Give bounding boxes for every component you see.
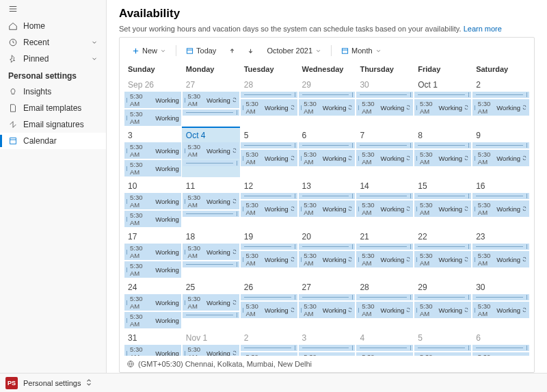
calendar-event[interactable] [414, 92, 471, 98]
calendar-event[interactable]: 5:30 AMWorking [124, 345, 181, 356]
calendar-event[interactable] [414, 294, 471, 300]
calendar-event[interactable]: 5:30 AMWorking [472, 302, 529, 318]
calendar-cell[interactable]: 85:30 AMWorking [414, 127, 472, 177]
prev-button[interactable] [226, 45, 239, 57]
expand-icon[interactable] [85, 378, 94, 388]
calendar-cell[interactable]: 65:30 AMWorking [472, 329, 530, 356]
calendar-event[interactable]: 5:30 AMWorking [299, 302, 356, 318]
calendar-event[interactable]: 5:30 AMWorking [472, 352, 529, 356]
calendar-cell[interactable]: 35:30 AMWorking [298, 329, 356, 356]
calendar-cell[interactable]: 315:30 AMWorking5:30 AMWorking [124, 329, 182, 356]
calendar-cell[interactable]: Oct 45:30 AMWorking [182, 127, 240, 177]
calendar-event[interactable] [241, 142, 297, 148]
calendar-event[interactable] [299, 142, 356, 148]
calendar-event[interactable]: 5:30 AMWorking [124, 261, 181, 278]
calendar-cell[interactable]: 275:30 AMWorking [298, 278, 356, 329]
calendar-cell[interactable]: 25:30 AMWorking [472, 76, 530, 127]
calendar-event[interactable]: 5:30 AMWorking [124, 193, 181, 209]
calendar-cell[interactable]: 285:30 AMWorking [356, 278, 414, 329]
calendar-cell[interactable]: 275:30 AMWorking [182, 76, 240, 127]
calendar-event[interactable] [356, 142, 413, 148]
calendar-event[interactable]: 5:30 AMWorking [241, 200, 297, 217]
calendar-event[interactable] [299, 193, 356, 199]
calendar-event[interactable]: 5:30 AMWorking [299, 251, 356, 267]
calendar-event[interactable]: 5:30 AMWorking [356, 200, 413, 217]
calendar-cell[interactable]: 235:30 AMWorking [472, 228, 530, 278]
calendar-event[interactable]: 5:30 AMWorking [124, 92, 181, 108]
calendar-cell[interactable]: 155:30 AMWorking [414, 177, 472, 228]
calendar-event[interactable] [299, 345, 356, 351]
calendar-cell[interactable]: 305:30 AMWorking [356, 76, 414, 127]
hamburger-button[interactable] [0, 0, 106, 18]
calendar-event[interactable]: 5:30 AMWorking [356, 251, 413, 267]
calendar-event[interactable] [241, 345, 297, 351]
calendar-event[interactable]: 5:30 AMWorking [414, 352, 471, 356]
calendar-event[interactable] [414, 345, 471, 351]
calendar-cell[interactable]: 45:30 AMWorking [356, 329, 414, 356]
calendar-event[interactable]: 5:30 AMWorking [299, 352, 356, 356]
calendar-event[interactable] [356, 244, 413, 250]
calendar-cell[interactable]: 285:30 AMWorking [240, 76, 298, 127]
calendar-event[interactable]: 5:30 AMWorking [124, 294, 181, 311]
calendar-event[interactable] [183, 261, 239, 267]
calendar-event[interactable] [183, 160, 239, 166]
calendar-event[interactable] [472, 92, 529, 98]
learn-more-link[interactable]: Learn more [464, 25, 502, 33]
calendar-event[interactable]: 5:30 AMWorking [356, 352, 413, 356]
calendar-event[interactable]: 5:30 AMWorking [241, 302, 297, 318]
calendar-event[interactable]: 5:30 AMWorking [183, 244, 239, 260]
calendar-event[interactable]: 5:30 AMWorking [241, 352, 297, 356]
calendar-cell[interactable]: 145:30 AMWorking [356, 177, 414, 228]
calendar-event[interactable]: 5:30 AMWorking [414, 200, 471, 217]
calendar-event[interactable] [414, 142, 471, 148]
calendar-event[interactable] [356, 294, 413, 300]
calendar-event[interactable]: 5:30 AMWorking [183, 142, 239, 159]
calendar-event[interactable] [183, 211, 239, 217]
calendar-cell[interactable]: Nov 15:30 AMWorking [182, 329, 240, 356]
nav-home[interactable]: Home [0, 18, 106, 34]
calendar-cell[interactable]: 55:30 AMWorking [240, 127, 298, 177]
calendar-cell[interactable]: Sep 265:30 AMWorking5:30 AMWorking [124, 76, 182, 127]
calendar-event[interactable] [183, 109, 239, 116]
calendar-event[interactable] [356, 345, 413, 351]
calendar-event[interactable]: 5:30 AMWorking [414, 302, 471, 318]
calendar-event[interactable]: 5:30 AMWorking [124, 244, 181, 260]
calendar-event[interactable] [472, 193, 529, 199]
calendar-event[interactable] [472, 244, 529, 250]
calendar-event[interactable] [356, 92, 413, 98]
calendar-cell[interactable]: 295:30 AMWorking [414, 278, 472, 329]
calendar-event[interactable] [472, 294, 529, 300]
calendar-event[interactable]: 5:30 AMWorking [241, 150, 297, 166]
calendar-cell[interactable]: 175:30 AMWorking5:30 AMWorking [124, 228, 182, 278]
calendar-event[interactable] [241, 294, 297, 300]
nav-calendar[interactable]: Calendar [0, 133, 106, 149]
calendar-event[interactable]: 5:30 AMWorking [183, 345, 239, 356]
calendar-cell[interactable]: 265:30 AMWorking [240, 278, 298, 329]
calendar-event[interactable] [472, 345, 529, 351]
calendar-event[interactable]: 5:30 AMWorking [414, 150, 471, 166]
calendar-event[interactable]: 5:30 AMWorking [414, 99, 471, 116]
calendar-event[interactable] [299, 244, 356, 250]
calendar-cell[interactable]: 215:30 AMWorking [356, 228, 414, 278]
calendar-event[interactable]: 5:30 AMWorking [124, 142, 181, 159]
calendar-event[interactable]: 5:30 AMWorking [124, 109, 181, 126]
calendar-event[interactable] [414, 244, 471, 250]
nav-email-signatures[interactable]: Email signatures [0, 116, 106, 133]
calendar-event[interactable] [241, 244, 297, 250]
calendar-cell[interactable]: 245:30 AMWorking5:30 AMWorking [124, 278, 182, 329]
calendar-event[interactable]: 5:30 AMWorking [299, 99, 356, 116]
calendar-event[interactable]: 5:30 AMWorking [299, 150, 356, 166]
calendar-cell[interactable]: 115:30 AMWorking [182, 177, 240, 228]
calendar-event[interactable] [472, 142, 529, 148]
new-button[interactable]: New [128, 44, 170, 57]
nav-pinned[interactable]: Pinned [0, 51, 106, 67]
calendar-event[interactable] [356, 193, 413, 199]
calendar-event[interactable]: 5:30 AMWorking [414, 251, 471, 267]
calendar-cell[interactable]: 205:30 AMWorking [298, 228, 356, 278]
calendar-event[interactable] [241, 92, 297, 98]
calendar-cell[interactable]: 55:30 AMWorking [414, 329, 472, 356]
calendar-event[interactable]: 5:30 AMWorking [356, 302, 413, 318]
calendar-event[interactable]: 5:30 AMWorking [241, 251, 297, 267]
calendar-event[interactable]: 5:30 AMWorking [241, 99, 297, 116]
calendar-event[interactable]: 5:30 AMWorking [472, 200, 529, 217]
